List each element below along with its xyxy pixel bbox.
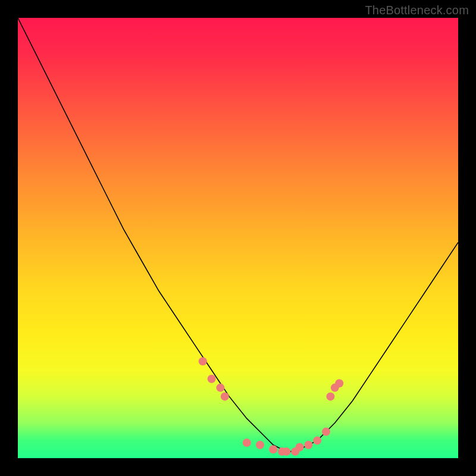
highlight-dot: [322, 428, 330, 436]
highlight-dot: [326, 392, 334, 400]
highlight-dot: [313, 436, 321, 444]
highlight-dot: [199, 357, 207, 365]
highlight-dot: [335, 379, 343, 387]
highlight-dot: [243, 439, 251, 447]
highlight-dot: [269, 445, 277, 453]
highlight-dot: [282, 447, 290, 456]
highlight-dot: [208, 375, 216, 383]
highlight-dot: [216, 384, 224, 392]
watermark-text: TheBottleneck.com: [365, 4, 469, 17]
highlight-dot: [296, 443, 304, 452]
highlight-dot: [304, 441, 312, 449]
bottleneck-curve: [18, 18, 458, 452]
curve-svg: [18, 18, 458, 458]
highlight-dot: [256, 441, 264, 449]
highlight-dots: [199, 357, 343, 456]
highlight-dot: [221, 392, 229, 400]
plot-area: [18, 18, 458, 458]
